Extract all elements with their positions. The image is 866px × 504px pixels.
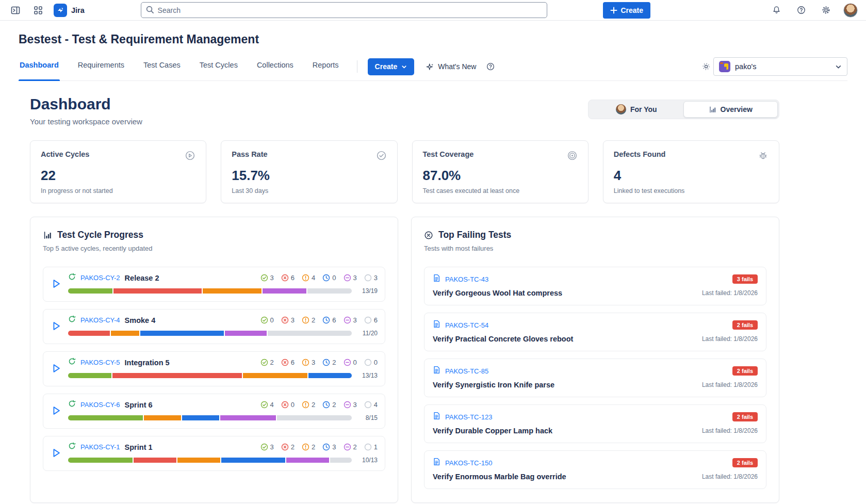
count-number: 2 — [353, 443, 357, 451]
view-toggle-for-you[interactable]: For You — [590, 101, 683, 118]
help-icon[interactable] — [794, 3, 808, 18]
bar-chart-icon — [43, 231, 52, 240]
in-progress-status-icon — [322, 274, 330, 282]
fails-count-badge: 2 fails — [732, 320, 758, 330]
cycle-key-link[interactable]: PAKOS-CY-6 — [80, 401, 120, 409]
failing-test-key-link[interactable]: PAKOS-TC-54 — [445, 321, 488, 329]
tab-dashboard[interactable]: Dashboard — [19, 57, 60, 80]
tabs-help-icon[interactable] — [483, 59, 498, 74]
tab-test-cycles[interactable]: Test Cycles — [199, 57, 239, 80]
bar-segment-warning — [243, 373, 308, 378]
bug-icon — [758, 150, 769, 161]
stat-title: Test Coverage — [423, 150, 474, 158]
cycle-key-link[interactable]: PAKOS-CY-1 — [80, 443, 120, 451]
tab-collections[interactable]: Collections — [256, 57, 295, 80]
blocked-status-icon — [344, 316, 351, 324]
cycle-key-link[interactable]: PAKOS-CY-2 — [80, 274, 120, 282]
failed-status-icon — [281, 359, 289, 366]
blocked-status-icon — [344, 443, 351, 451]
tab-test-cases[interactable]: Test Cases — [142, 57, 182, 80]
tab-requirements[interactable]: Requirements — [77, 57, 125, 80]
count-not_run: 1 — [364, 443, 378, 451]
bar-chart-icon — [709, 106, 716, 113]
failing-panel-title: Top Failing Tests — [438, 230, 511, 240]
whats-new-button[interactable]: What's New — [426, 62, 476, 71]
run-cycle-play-icon[interactable] — [51, 405, 62, 416]
count-warning: 2 — [302, 443, 315, 451]
theme-sun-icon[interactable] — [699, 59, 713, 74]
settings-gear-icon[interactable] — [819, 3, 833, 18]
last-failed-date: Last failed: 1/8/2026 — [702, 473, 758, 480]
fails-count-badge: 2 fails — [732, 366, 758, 376]
failing-test-row[interactable]: PAKOS-TC-85 2 fails Verify Synergistic I… — [424, 359, 766, 397]
view-toggle-overview[interactable]: Overview — [683, 101, 778, 118]
sidebar-toggle-icon[interactable] — [8, 3, 23, 18]
search-area — [90, 2, 598, 18]
count-number: 3 — [270, 274, 274, 282]
last-failed-date: Last failed: 1/8/2026 — [702, 289, 758, 297]
failing-test-key-link[interactable]: PAKOS-TC-150 — [445, 459, 493, 467]
failing-test-row[interactable]: PAKOS-TC-54 2 fails Verify Practical Con… — [424, 313, 766, 351]
create-dropdown-button[interactable]: Create — [368, 58, 415, 75]
dashboard-heading: Dashboard — [30, 95, 142, 113]
count-number: 2 — [332, 359, 336, 366]
test-cycle-row[interactable]: PAKOS-CY-4 Smoke 4 032636 11/20 — [43, 309, 385, 344]
count-in_progress: 2 — [322, 401, 336, 409]
failing-test-key-link[interactable]: PAKOS-TC-85 — [445, 367, 488, 375]
failing-test-key-link[interactable]: PAKOS-TC-43 — [445, 275, 488, 283]
global-create-button[interactable]: Create — [603, 2, 650, 19]
tabs-divider — [357, 60, 357, 73]
count-number: 2 — [312, 316, 315, 324]
count-number: 3 — [353, 316, 357, 324]
count-number: 1 — [374, 443, 378, 451]
bar-segment-warning — [203, 288, 262, 294]
page-title: Bestest - Test & Requirement Management — [19, 32, 847, 46]
count-failed: 2 — [281, 443, 295, 451]
play-circle-icon — [185, 150, 195, 161]
run-cycle-play-icon[interactable] — [51, 447, 62, 459]
stat-value: 22 — [41, 168, 195, 184]
stat-caption: In progress or not started — [41, 187, 195, 194]
run-cycle-play-icon[interactable] — [51, 278, 62, 289]
project-selector[interactable]: pako's — [713, 57, 847, 76]
count-passed: 3 — [260, 443, 274, 451]
tab-reports[interactable]: Reports — [312, 57, 340, 80]
run-cycle-play-icon[interactable] — [51, 320, 62, 332]
passed-status-icon — [260, 274, 268, 282]
test-cycle-row[interactable]: PAKOS-CY-5 Integration 5 263200 13/13 — [43, 351, 385, 386]
refresh-icon — [68, 315, 76, 325]
failing-test-row[interactable]: PAKOS-TC-150 2 fails Verify Enormous Mar… — [424, 450, 766, 489]
test-cycle-row[interactable]: PAKOS-CY-2 Release 2 364033 13/19 — [43, 267, 385, 302]
chevron-down-icon — [835, 63, 842, 70]
failing-test-row[interactable]: PAKOS-TC-43 3 fails Verify Gorgeous Wool… — [424, 267, 766, 305]
count-number: 6 — [332, 316, 336, 324]
cycle-name: Integration 5 — [125, 359, 170, 367]
cycle-fraction: 11/20 — [357, 330, 378, 337]
passed-status-icon — [260, 359, 268, 366]
jira-logo[interactable]: Jira — [54, 4, 85, 17]
failing-test-name: Verify Practical Concrete Gloves reboot — [433, 335, 573, 343]
test-cycle-row[interactable]: PAKOS-CY-6 Sprint 6 402234 8/15 — [43, 394, 385, 429]
cycle-status-counts: 364033 — [260, 274, 378, 282]
app-switcher-icon[interactable] — [31, 3, 45, 18]
passed-status-icon — [260, 316, 268, 324]
user-avatar[interactable] — [843, 3, 858, 18]
notifications-bell-icon[interactable] — [769, 3, 783, 18]
count-number: 3 — [353, 401, 357, 409]
count-number: 0 — [353, 359, 357, 366]
failing-test-row[interactable]: PAKOS-TC-123 2 fails Verify Durable Copp… — [424, 404, 766, 443]
count-number: 4 — [270, 401, 274, 409]
search-input[interactable] — [141, 2, 547, 18]
failing-test-key-link[interactable]: PAKOS-TC-123 — [445, 413, 493, 421]
search-icon — [145, 5, 154, 16]
cycle-name: Release 2 — [125, 274, 159, 282]
test-cycle-row[interactable]: PAKOS-CY-1 Sprint 1 322321 10/13 — [43, 436, 385, 471]
cycle-key-link[interactable]: PAKOS-CY-4 — [80, 316, 120, 324]
test-case-doc-icon — [433, 366, 440, 376]
cycle-key-link[interactable]: PAKOS-CY-5 — [80, 359, 120, 366]
run-cycle-play-icon[interactable] — [51, 363, 62, 374]
plus-icon — [610, 7, 617, 14]
count-blocked: 3 — [344, 274, 357, 282]
cycle-status-counts: 402234 — [260, 401, 378, 409]
count-blocked: 0 — [344, 359, 357, 366]
